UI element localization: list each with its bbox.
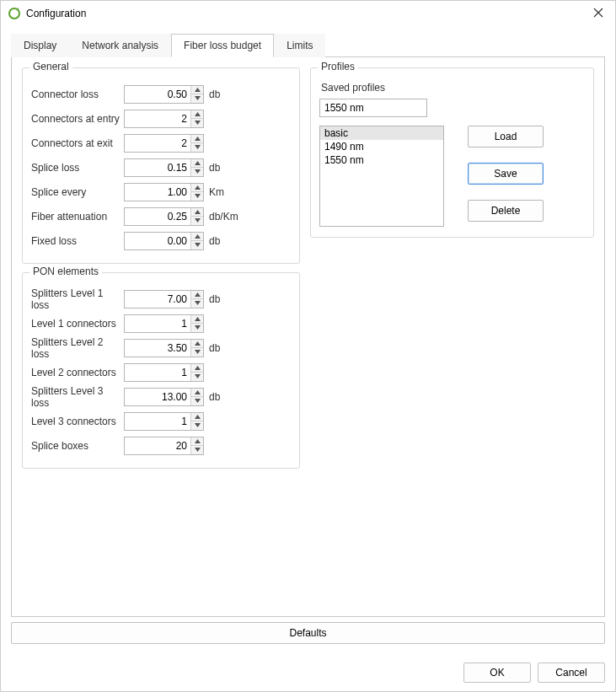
spin-down-icon[interactable] [191, 373, 203, 381]
dialog-content: Display Network analysis Fiber loss budg… [1, 26, 615, 654]
delete-button[interactable]: Delete [468, 200, 544, 222]
spin-value[interactable] [125, 291, 190, 308]
spin-up-icon[interactable] [191, 315, 203, 324]
spin-value[interactable] [125, 413, 190, 430]
cancel-button[interactable]: Cancel [538, 662, 605, 683]
group-pon: PON elements Splitters Level 1 lossdbLev… [22, 272, 300, 469]
spin-input[interactable] [124, 314, 204, 333]
spin-input[interactable] [124, 437, 204, 455]
tab-network-analysis[interactable]: Network analysis [69, 34, 171, 57]
close-button[interactable] [588, 8, 608, 20]
spin-value[interactable] [125, 364, 190, 381]
spin-down-icon[interactable] [191, 168, 203, 176]
spin-value[interactable] [125, 159, 190, 176]
spin-down-icon[interactable] [191, 446, 203, 454]
spin-value[interactable] [125, 86, 190, 103]
profile-item[interactable]: basic [320, 126, 443, 140]
spin-value[interactable] [125, 340, 190, 357]
spin-up-icon[interactable] [191, 86, 203, 94]
spin-input[interactable] [124, 134, 204, 153]
field-connectors-exit: Connectors at exit [31, 131, 291, 155]
field-unit: db/Km [209, 211, 238, 223]
spin-down-icon[interactable] [191, 143, 203, 152]
spin-down-icon[interactable] [191, 94, 203, 103]
spin-up-icon[interactable] [191, 364, 203, 373]
spin-input[interactable] [124, 363, 204, 382]
field-label: Level 2 connectors [31, 367, 124, 378]
field-unit: Km [209, 186, 224, 198]
tab-display[interactable]: Display [11, 34, 69, 57]
spin-down-icon[interactable] [191, 397, 203, 405]
field-label: Connectors at exit [31, 137, 124, 149]
field-l2-conn: Level 2 connectors [31, 360, 291, 384]
profile-item[interactable]: 1490 nm [320, 140, 443, 153]
field-label: Fixed loss [31, 235, 124, 247]
spin-down-icon[interactable] [191, 119, 203, 127]
tab-fiber-loss-budget[interactable]: Fiber loss budget [171, 34, 274, 57]
svg-point-0 [9, 8, 19, 19]
spin-value[interactable] [125, 389, 190, 405]
spin-down-icon[interactable] [191, 192, 203, 201]
spin-up-icon[interactable] [191, 159, 203, 168]
spin-input[interactable] [124, 207, 204, 226]
spin-input[interactable] [124, 412, 204, 431]
profile-name-input[interactable] [319, 99, 427, 117]
spin-up-icon[interactable] [191, 437, 203, 446]
spin-up-icon[interactable] [191, 110, 203, 119]
profiles-list[interactable]: basic 1490 nm 1550 nm [319, 126, 444, 227]
spin-input[interactable] [124, 158, 204, 177]
spin-down-icon[interactable] [191, 241, 203, 249]
spin-down-icon[interactable] [191, 217, 203, 225]
profile-item[interactable]: 1550 nm [320, 153, 443, 167]
tab-limits[interactable]: Limits [274, 34, 325, 57]
field-label: Level 3 connectors [31, 416, 124, 427]
spin-down-icon[interactable] [191, 299, 203, 308]
field-unit: db [209, 391, 220, 403]
spin-input[interactable] [124, 85, 204, 104]
spin-down-icon[interactable] [191, 348, 203, 357]
tab-bar: Display Network analysis Fiber loss budg… [11, 33, 605, 57]
defaults-button[interactable]: Defaults [11, 622, 605, 644]
spin-up-icon[interactable] [191, 135, 203, 143]
spin-up-icon[interactable] [191, 184, 203, 192]
field-connector-loss: Connector lossdb [31, 82, 291, 106]
spin-input[interactable] [124, 290, 204, 308]
spin-input[interactable] [124, 388, 204, 406]
field-splice-loss: Splice lossdb [31, 155, 291, 180]
spin-up-icon[interactable] [191, 340, 203, 348]
spin-up-icon[interactable] [191, 208, 203, 217]
spin-down-icon[interactable] [191, 324, 203, 332]
spin-up-icon[interactable] [191, 389, 203, 397]
spin-up-icon[interactable] [191, 413, 203, 421]
spin-up-icon[interactable] [191, 291, 203, 299]
spin-down-icon[interactable] [191, 421, 203, 430]
field-splice-box: Splice boxes [31, 433, 291, 458]
field-label: Splice boxes [31, 440, 124, 452]
configuration-dialog: Configuration Display Network analysis F… [0, 0, 616, 692]
spin-value[interactable] [125, 208, 190, 225]
ok-button[interactable]: OK [463, 662, 531, 683]
spin-value[interactable] [125, 315, 190, 332]
spin-value[interactable] [125, 184, 190, 201]
field-label: Splice loss [31, 162, 124, 174]
spin-up-icon[interactable] [191, 233, 203, 241]
spin-input[interactable] [124, 110, 204, 128]
saved-profiles-label: Saved profiles [321, 82, 585, 94]
spin-value[interactable] [125, 110, 190, 127]
field-fixed-loss: Fixed lossdb [31, 228, 291, 253]
spin-value[interactable] [125, 233, 190, 249]
spin-input[interactable] [124, 183, 204, 201]
spin-value[interactable] [125, 135, 190, 152]
save-button[interactable]: Save [468, 163, 544, 185]
field-label: Connectors at entry [31, 113, 124, 125]
spin-value[interactable] [125, 437, 190, 454]
field-unit: db [209, 162, 220, 174]
spin-input[interactable] [124, 339, 204, 357]
field-splice-every: Splice everyKm [31, 180, 291, 204]
field-connectors-entry: Connectors at entry [31, 106, 291, 131]
field-spl3-loss: Splitters Level 3 lossdb [31, 384, 291, 409]
field-spl1-loss: Splitters Level 1 lossdb [31, 287, 291, 311]
field-unit: db [209, 235, 220, 247]
load-button[interactable]: Load [468, 126, 544, 148]
spin-input[interactable] [124, 232, 204, 250]
